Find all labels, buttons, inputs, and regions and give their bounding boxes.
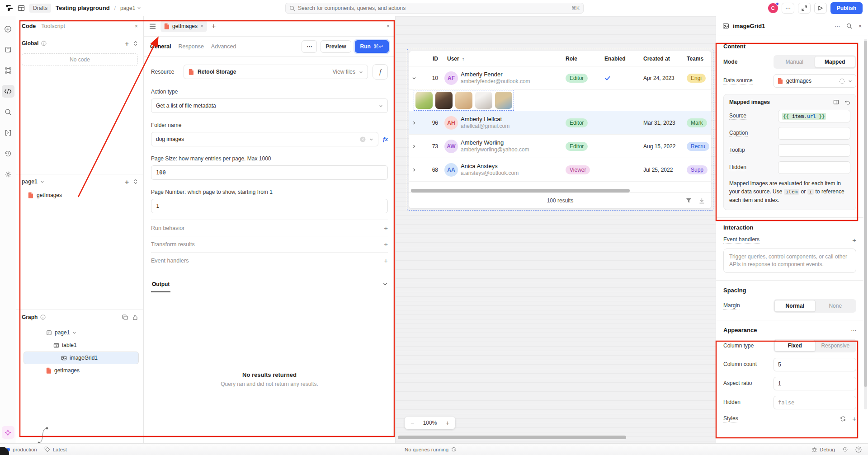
aspect-ratio-input[interactable] — [774, 377, 856, 390]
appearance-more-button[interactable]: ⋯ — [851, 327, 856, 333]
query-more-button[interactable]: ⋯ — [302, 40, 317, 53]
close-inspector-icon[interactable]: × — [859, 23, 862, 29]
add-global-code-button[interactable]: + — [125, 40, 129, 47]
version-selector[interactable]: Latest — [44, 446, 67, 452]
breadcrumb-page[interactable]: page1 — [120, 5, 141, 11]
function-button[interactable]: f — [373, 64, 388, 80]
caption-input[interactable] — [778, 127, 850, 140]
add-component-icon[interactable] — [2, 23, 14, 35]
zoom-level[interactable]: 100% — [418, 420, 442, 426]
retool-logo[interactable] — [5, 4, 13, 12]
table-row[interactable]: 73 AW Amberly Worlingamberlyworling@yaho… — [409, 135, 711, 158]
column-header-id[interactable]: ID — [425, 56, 441, 62]
assets-icon[interactable] — [2, 127, 14, 139]
graph-node-page1[interactable]: page1 — [16, 326, 143, 339]
column-header-teams[interactable]: Teams — [684, 56, 711, 62]
reset-icon[interactable] — [844, 99, 850, 105]
tab-code[interactable]: Code — [22, 23, 36, 29]
new-tab-button[interactable]: + — [212, 22, 216, 30]
close-tab-icon[interactable]: × — [200, 23, 203, 29]
column-count-input[interactable] — [774, 358, 856, 371]
page-size-input[interactable] — [151, 165, 388, 180]
drafts-badge[interactable]: Drafts — [29, 4, 51, 13]
app-canvas[interactable]: ID User ↑ Role Enabled Created at Teams … — [396, 16, 716, 443]
pages-icon[interactable] — [2, 43, 14, 56]
row-expander-icon[interactable] — [409, 144, 425, 149]
history-icon[interactable] — [2, 147, 14, 160]
dog-image-papillon[interactable] — [475, 92, 492, 109]
zoom-in-button[interactable]: + — [442, 419, 453, 427]
tab-advanced[interactable]: Advanced — [211, 43, 236, 50]
table-row[interactable]: 68 AA Anica Ansteysa.ansteys@outlook.com… — [409, 158, 711, 182]
more-menu-button[interactable]: ⋯ — [782, 3, 794, 14]
row-expander-icon[interactable] — [409, 121, 425, 125]
tooltip-input[interactable] — [778, 144, 850, 157]
folder-name-select[interactable]: dog images — [151, 132, 378, 146]
page-section-label[interactable]: page1 — [22, 178, 38, 185]
dog-image-puppy[interactable] — [455, 92, 472, 109]
environment-selector[interactable]: production — [6, 447, 37, 452]
row-expander-icon[interactable] — [409, 76, 425, 80]
download-icon[interactable] — [699, 198, 705, 204]
reset-styles-icon[interactable] — [840, 416, 846, 422]
table-row[interactable]: 10 AF Amberly Fenderamberlyfender@outloo… — [409, 66, 711, 90]
add-page-query-button[interactable]: + — [125, 178, 129, 186]
row-expander-icon[interactable] — [409, 168, 425, 172]
transform-results-section[interactable]: Transform results+ — [151, 236, 388, 252]
graph-node-imagegrid1[interactable]: imageGrid1 — [24, 352, 139, 364]
column-header-user[interactable]: User ↑ — [441, 56, 563, 62]
panels-toggle-icon[interactable] — [18, 5, 25, 12]
graph-node-getimages[interactable]: getImages — [16, 364, 143, 377]
docs-icon[interactable] — [833, 99, 839, 105]
appearance-hidden-input[interactable] — [774, 396, 856, 409]
output-tab[interactable]: Output — [151, 276, 170, 292]
refresh-icon[interactable] — [451, 447, 456, 452]
search-panel-icon[interactable] — [2, 106, 14, 118]
dog-image-shepherd[interactable] — [495, 92, 512, 109]
close-editor-icon[interactable]: × — [387, 23, 390, 29]
fx-toggle[interactable]: fx — [383, 136, 388, 143]
lock-icon[interactable] — [132, 314, 138, 320]
debug-button[interactable]: Debug — [811, 446, 835, 452]
search-input[interactable] — [298, 5, 569, 11]
query-list-item-getimages[interactable]: getImages — [16, 189, 143, 202]
canvas-horizontal-scrollbar[interactable] — [396, 436, 716, 439]
collapse-expand-icon[interactable] — [133, 179, 138, 184]
history-clock-icon[interactable] — [842, 446, 848, 452]
global-search[interactable]: ⌘K — [285, 3, 584, 14]
inspector-more-button[interactable]: ⋯ — [835, 23, 840, 29]
action-type-select[interactable]: Get a list of file metadata — [151, 99, 388, 113]
data-source-select[interactable]: getImages — [774, 74, 856, 88]
ai-sparkle-icon[interactable] — [2, 426, 14, 439]
mode-manual-option[interactable]: Manual — [774, 56, 815, 68]
help-icon[interactable] — [855, 446, 862, 453]
source-input[interactable]: {{ item.url }} — [778, 110, 850, 122]
user-avatar[interactable]: C — [768, 3, 778, 13]
resource-select[interactable]: Retool Storage View files — [184, 65, 368, 79]
dog-image-corgi[interactable] — [415, 92, 433, 109]
event-handlers-placeholder[interactable]: Trigger queries, control components, or … — [723, 249, 856, 273]
page-number-input[interactable] — [151, 199, 388, 213]
margin-none-option[interactable]: None — [816, 300, 856, 312]
filter-icon[interactable] — [686, 198, 692, 203]
image-grid-component[interactable] — [414, 90, 514, 111]
publish-button[interactable]: Publish — [830, 2, 863, 14]
close-code-panel-icon[interactable]: × — [135, 23, 138, 29]
dog-image-beagle[interactable] — [435, 92, 453, 109]
chevron-down-icon[interactable] — [382, 281, 388, 287]
tab-response[interactable]: Response — [179, 43, 204, 50]
app-title[interactable]: Testing playground — [56, 5, 110, 11]
hidden-input[interactable] — [778, 161, 850, 174]
tab-toolscript[interactable]: Toolscript — [41, 23, 65, 29]
code-panel-icon[interactable] — [2, 85, 14, 98]
run-button[interactable]: Run ⌘↵ — [355, 40, 389, 53]
table-component[interactable]: ID User ↑ Role Enabled Created at Teams … — [409, 51, 711, 208]
table-horizontal-scrollbar[interactable] — [411, 189, 630, 192]
settings-gear-icon[interactable] — [2, 168, 14, 181]
column-header-enabled[interactable]: Enabled — [602, 56, 641, 62]
tab-general[interactable]: General — [150, 43, 171, 50]
mode-mapped-option[interactable]: Mapped — [815, 56, 856, 68]
event-handlers-section[interactable]: Event handlers+ — [151, 252, 388, 268]
table-row[interactable]: 96 AH Amberly Hellcatahellcat@gmail.com … — [409, 111, 711, 135]
column-type-fixed-option[interactable]: Fixed — [774, 340, 816, 352]
